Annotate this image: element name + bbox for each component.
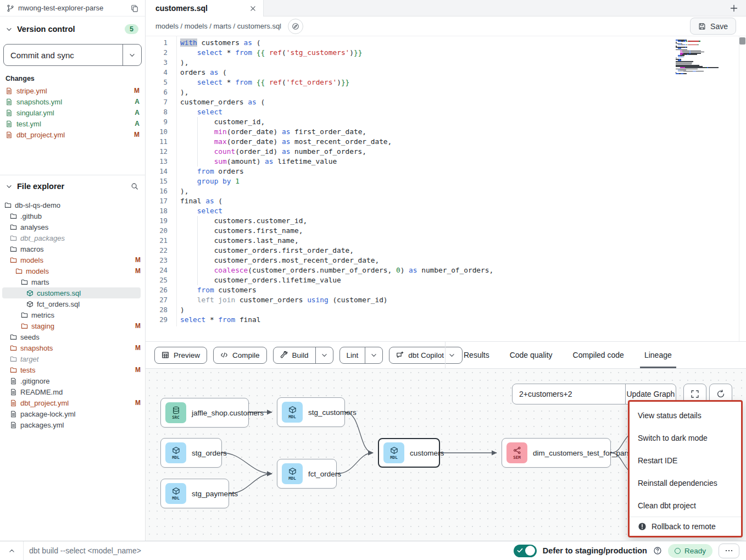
command-input[interactable] [24,546,514,555]
commit-and-sync-label: Commit and sync [4,45,123,65]
defer-toggle[interactable] [514,545,537,557]
more-options-button[interactable] [719,544,739,558]
code-line: 7customer_orders as ( [146,97,746,107]
lineage-node-jaffle-shop-customers[interactable]: SRCjaffle_shop.customers [160,398,249,428]
tree-item-readme-md[interactable]: README.md [2,386,141,397]
lineage-node-customers[interactable]: MDLcustomers [378,438,440,468]
lint-button[interactable]: Lint [339,347,383,364]
tree-item-analyses[interactable]: analyses [2,221,141,232]
compile-button[interactable]: Compile [213,347,267,364]
code-line: 13 sum(amount) as lifetime_value [146,157,746,167]
tree-item-target[interactable]: target [2,353,141,364]
line-number: 4 [146,68,168,77]
badge-label: MDL [172,455,180,460]
change-item[interactable]: test.ymlA [0,118,145,129]
lineage-selector-input[interactable] [513,384,625,404]
lineage-node-fct-orders[interactable]: MDLfct_orders [277,459,337,489]
save-button[interactable]: Save [690,18,736,35]
menu-item-rollback-to-remote[interactable]: Rollback to remote [630,517,741,536]
tree-item-dbt-project-yml[interactable]: dbt_project.ymlM [2,397,141,408]
build-options-caret[interactable] [315,347,333,363]
editor-scrollbar[interactable] [739,36,746,341]
tree-item--github[interactable]: .github [2,210,141,221]
code-line: 11 max(order_date) as most_recent_order_… [146,137,746,147]
tree-item-snapshots[interactable]: snapshotsM [2,342,141,353]
folder-icon [10,235,17,242]
code-line: 18 select [146,206,746,216]
lineage-compass-button[interactable] [288,19,303,34]
tree-item-models[interactable]: modelsM [2,254,141,265]
preview-button[interactable]: Preview [154,347,207,364]
expand-command-bar-button[interactable] [0,547,23,555]
tree-item-label: snapshots [20,344,132,352]
tree-item-models[interactable]: modelsM [2,265,141,276]
code-text: customer_orders.lifetime_value [168,275,341,285]
commit-options-caret[interactable] [123,45,141,65]
panel-tab-compiled-code[interactable]: Compiled code [573,342,624,368]
change-item[interactable]: singular.ymlA [0,107,145,118]
code-editor[interactable]: 1with customers as (2 select * from {{ r… [146,36,746,342]
file-icon [10,422,17,429]
folder-icon [10,246,17,253]
menu-item-reinstall-dependencies[interactable]: Reinstall dependencies [630,472,741,494]
scrollbar-thumb[interactable] [739,37,745,45]
lineage-node-stg-orders[interactable]: MDLstg_orders [160,438,222,468]
model-badge: MDL [383,442,404,463]
change-file-name: dbt_project.yml [16,131,130,139]
lineage-node-stg-customers[interactable]: MDLstg_customers [277,397,345,427]
tree-item-label: dbt_packages [20,234,141,242]
menu-item-switch-to-dark-mode[interactable]: Switch to dark mode [630,427,741,450]
modified-badge: M [135,399,141,407]
tree-item-marts[interactable]: marts [2,276,141,287]
tree-item-metrics[interactable]: metrics [2,309,141,320]
tree-item-customers-sql[interactable]: customers.sql [2,287,141,298]
tree-item-tests[interactable]: testsM [2,364,141,375]
folder-icon [10,224,17,231]
panel-tab-code-quality[interactable]: Code quality [510,342,553,368]
panel-tab-results[interactable]: Results [464,342,489,368]
change-item[interactable]: stripe.ymlM [0,85,145,96]
tree-item-db-sl-qs-demo[interactable]: db-sl-qs-demo [2,199,141,210]
search-icon[interactable] [131,182,138,190]
copy-icon[interactable] [131,4,138,12]
code-text: customers.customer_id, [168,216,307,226]
tree-item-packages-yml[interactable]: packages.yml [2,419,141,430]
tree-item-dbt-packages[interactable]: dbt_packages [2,232,141,243]
tree-item-package-lock-yml[interactable]: package-lock.yml [2,408,141,419]
line-number: 29 [146,315,168,325]
branch-name: mwong-test-explorer-parse [18,4,127,12]
lineage-canvas[interactable]: SRCjaffle_shop.customersMDLstg_customers… [146,369,746,541]
tree-item-staging[interactable]: stagingM [2,320,141,331]
lineage-node-stg-payments[interactable]: MDLstg_payments [160,479,229,508]
menu-item-restart-ide[interactable]: Restart IDE [630,450,741,472]
line-number: 10 [146,127,168,137]
branch-row[interactable]: mwong-test-explorer-parse [0,0,145,16]
panel-tab-lineage[interactable]: Lineage [644,342,672,368]
change-status: A [135,109,140,117]
change-item[interactable]: snapshots.ymlA [0,96,145,107]
tree-item-fct-orders-sql[interactable]: fct_orders.sql [2,298,141,309]
tree-item-label: models [20,256,132,264]
tree-item--gitignore[interactable]: .gitignore [2,375,141,386]
node-label: stg_customers [308,408,357,417]
menu-item-view-status-details[interactable]: View status details [630,404,741,427]
chevron-down-icon[interactable] [5,26,13,33]
commit-and-sync-button[interactable]: Commit and sync [3,44,142,66]
lint-options-caret[interactable] [365,347,382,363]
tree-item-macros[interactable]: macros [2,243,141,254]
new-tab-button[interactable] [730,0,738,16]
lineage-node-dim-customers-test-for-parse[interactable]: SEMdim_customers_test_for_parse [502,438,611,468]
chevron-down-icon[interactable] [5,183,13,190]
tab-customers-sql[interactable]: customers.sql [146,0,264,16]
help-icon[interactable] [653,546,662,555]
folder-icon [21,279,28,286]
close-icon[interactable] [249,5,257,12]
status-dot [675,548,681,554]
change-item[interactable]: dbt_project.ymlM [0,129,145,140]
tree-item-seeds[interactable]: seeds [2,331,141,342]
build-button[interactable]: Build [273,347,333,364]
minimap[interactable] [676,40,731,74]
tree-item-label: models [26,267,132,275]
semantic-badge: SEM [506,442,527,463]
menu-item-clean-dbt-project[interactable]: Clean dbt project [630,494,741,517]
